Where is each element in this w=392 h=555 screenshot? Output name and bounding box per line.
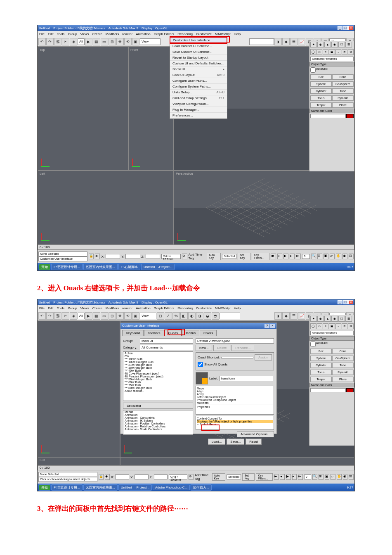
tab-toolbars[interactable]: Toolbars	[144, 330, 164, 336]
list-item[interactable]: 'Y' 100w' Bulb	[123, 358, 193, 361]
list-item[interactable]: Animation - IK Solvers	[123, 419, 193, 422]
list-item[interactable]: 4ft Pendant Fluorescent (web)	[123, 375, 193, 378]
list-item[interactable]: 'Y' 21w Halogen Bulb	[123, 363, 193, 366]
move-icon[interactable]: ✥	[116, 312, 124, 320]
selection-filter[interactable]: All	[78, 313, 85, 319]
task-item[interactable]: 艺匠室内外效果图...	[83, 264, 118, 270]
timetag-label[interactable]: Add Time Tag	[189, 253, 205, 260]
systems-icon[interactable]: ⚙	[348, 323, 354, 329]
lock-icon[interactable]: 🔒	[99, 474, 104, 480]
btn-torus[interactable]: Torus	[310, 95, 332, 101]
rotate-icon[interactable]: ⟲	[124, 312, 132, 320]
list-item[interactable]: 4ft Cove Fluorescent (web)	[123, 372, 193, 375]
tab-quads[interactable]: Quads	[165, 330, 182, 336]
z-field[interactable]	[154, 474, 168, 479]
menu-views[interactable]: Views	[80, 306, 89, 310]
viewport-left[interactable]: Left	[38, 457, 120, 465]
new-button[interactable]: New...	[196, 345, 212, 351]
list-item[interactable]: 'Y' 75w' Bulb	[123, 384, 193, 387]
zoom-ext-icon[interactable]: ▣	[325, 474, 330, 480]
menu-modifiers[interactable]: Modifiers	[106, 32, 119, 36]
close-icon[interactable]: ×	[348, 26, 353, 30]
menu-save-scheme[interactable]: Save Custom UI Scheme...	[170, 49, 227, 55]
task-item[interactable]: Adobe Photoshop C...	[153, 485, 190, 490]
fov-icon[interactable]: ▱	[331, 474, 335, 480]
menu-group[interactable]: Group	[68, 306, 77, 310]
menu-create[interactable]: Create	[92, 306, 102, 310]
pan-icon[interactable]: ✋	[337, 474, 342, 480]
menu-lockui[interactable]: Lock UI LayoutAlt+0	[170, 72, 227, 78]
create-tab-icon[interactable]: ✦	[310, 316, 317, 322]
list-item[interactable]: 'Y' 80w Halogen Bulb	[123, 387, 193, 389]
pivot-icon[interactable]: ◒	[204, 312, 211, 320]
quad-dropdown[interactable]: Default Viewport Quad	[196, 338, 274, 344]
select-rect-icon[interactable]: ▭	[101, 312, 108, 320]
list-item[interactable]: Context Convert To:	[197, 417, 273, 420]
menus-category-list[interactable]: Menus Animation Animation - Constraints …	[123, 410, 193, 435]
maximize-icon[interactable]: □	[343, 300, 348, 304]
helpers-icon[interactable]: ▫	[335, 323, 341, 329]
primitive-dropdown[interactable]: Standard Primitives	[310, 57, 354, 61]
separator-button[interactable]: Separator	[123, 403, 193, 409]
create-tab-icon[interactable]: ✦	[310, 42, 317, 47]
reset-button[interactable]: Reset	[246, 439, 262, 445]
task-item[interactable]: Untitled -Project...	[118, 484, 152, 491]
task-item[interactable]: Untitled -Project...	[141, 264, 175, 270]
fov-icon[interactable]: ▱	[330, 254, 335, 259]
btn-pyramid[interactable]: Pyramid	[332, 95, 354, 101]
list-item[interactable]: 'Y' 50w Halogen Bulb	[123, 378, 193, 381]
btn-cylinder[interactable]: Cylinder	[310, 88, 332, 94]
task-item[interactable]: F:\右键脚本	[118, 264, 140, 270]
rotate-icon[interactable]: ⟲	[124, 38, 132, 45]
angle-snap-icon[interactable]: ∠	[165, 312, 172, 320]
menu-customize-ui[interactable]: Customize User Interface...	[170, 37, 227, 43]
menu-animation[interactable]: Animation	[136, 32, 151, 36]
menu-reactor[interactable]: reactor	[122, 306, 132, 310]
unlink-icon[interactable]: ✂	[62, 312, 69, 320]
menu-maxscript[interactable]: MAXScript	[215, 306, 231, 310]
menu-rendering[interactable]: Rendering	[177, 32, 193, 36]
frame-field[interactable]: 0	[304, 474, 312, 479]
btn-plane[interactable]: Plane	[332, 377, 354, 382]
list-item[interactable]: Animation - Constraints	[123, 416, 193, 419]
context-list[interactable]: Context Convert To: Displays the VRay ob…	[196, 416, 274, 430]
list-item[interactable]: Loft Compound Object	[197, 396, 273, 398]
menu-create[interactable]: Create	[92, 32, 102, 36]
hierarchy-tab-icon[interactable]: ♣	[324, 42, 331, 47]
menu-vpconfig[interactable]: Viewport Configuration...	[170, 101, 227, 107]
select-name-icon[interactable]: ▦	[93, 38, 100, 45]
menu-customize[interactable]: Customize	[196, 32, 212, 36]
goto-end-icon[interactable]: ⏭	[296, 254, 301, 259]
btn-torus[interactable]: Torus	[310, 370, 332, 375]
quad-preview-icon[interactable]	[196, 372, 208, 384]
next-frame-icon[interactable]: ▸	[292, 474, 297, 480]
viewport-perspective[interactable]: Perspective	[174, 171, 354, 245]
time-slider[interactable]: 0 / 100	[38, 245, 354, 250]
redo-icon[interactable]: ↷	[46, 312, 54, 320]
list-item[interactable]: Animation	[123, 413, 193, 416]
y-field[interactable]	[125, 254, 140, 259]
timetag-icon[interactable]: ⊘	[189, 474, 194, 480]
task-item[interactable]: 艺匠室内外效果图...	[83, 484, 118, 491]
timetag-icon[interactable]: ⊘	[182, 254, 187, 259]
orbit-icon[interactable]: ◉	[343, 474, 348, 480]
refcoord-dropdown[interactable]: View	[140, 313, 156, 319]
menu-revert[interactable]: Revert to Startup Layout	[170, 55, 227, 61]
menu-maxscript[interactable]: MAXScript	[215, 32, 231, 36]
menu-help[interactable]: Help	[234, 32, 241, 36]
pan-icon[interactable]: ✋	[336, 254, 341, 259]
assign-button[interactable]: Assign	[255, 354, 272, 361]
category-dropdown[interactable]: All Commands	[140, 345, 193, 350]
display-tab-icon[interactable]: ☐	[338, 316, 345, 322]
btn-pyramid[interactable]: Pyramid	[332, 370, 354, 375]
label-field[interactable]: transform	[220, 376, 274, 381]
task-item[interactable]: F:\艺匠设计专用...	[51, 264, 83, 270]
display-tab-icon[interactable]: ☐	[338, 42, 345, 47]
minimize-icon[interactable]: _	[338, 300, 342, 304]
undo-icon[interactable]: ↶	[38, 38, 46, 45]
menu-rendering[interactable]: Rendering	[177, 306, 193, 310]
btn-tube[interactable]: Tube	[332, 88, 354, 94]
goto-start-icon[interactable]: ⏮	[274, 474, 279, 480]
curve-ed-icon[interactable]: 📈	[298, 38, 305, 45]
modify-tab-icon[interactable]: ◐	[317, 316, 324, 322]
